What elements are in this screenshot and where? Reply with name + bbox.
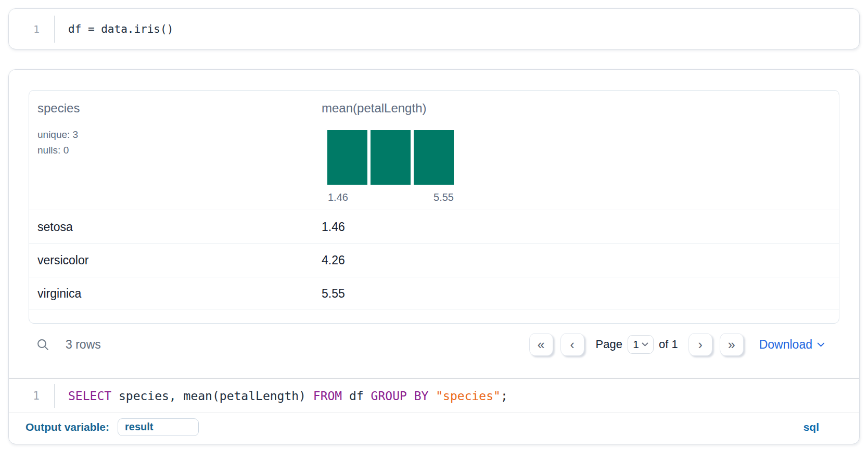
cell-value: 5.55 (322, 287, 345, 301)
page-select[interactable]: 1 (628, 335, 654, 354)
sql-keyword: SELECT (68, 389, 111, 403)
language-badge[interactable]: sql (803, 421, 819, 433)
histogram-axis-labels: 1.46 5.55 (327, 191, 454, 204)
cell-value: 4.26 (322, 253, 345, 267)
axis-min-label: 1.46 (328, 191, 348, 203)
output-variable-bar: Output variable: sql (9, 413, 859, 444)
sql-keyword: FROM (313, 389, 342, 403)
axis-max-label: 5.55 (433, 191, 454, 203)
sql-text: species, mean(petalLength) (111, 389, 313, 403)
row-count: 3 rows (66, 338, 101, 352)
column-histogram: 1.46 5.55 (327, 130, 454, 204)
table-header: species unique: 3 nulls: 0 mean(petalLen… (29, 91, 839, 210)
double-chevron-left-icon: « (538, 337, 545, 352)
code-line[interactable]: df = data.iris() (55, 23, 173, 35)
table-row: virginica 5.55 (29, 277, 839, 310)
chevron-right-icon: › (698, 337, 703, 352)
code-cell-top[interactable]: 1 df = data.iris() (8, 8, 860, 49)
page-select-value: 1 (633, 338, 639, 351)
sql-text (428, 389, 436, 403)
cell-value: 1.46 (322, 220, 345, 234)
double-chevron-right-icon: » (728, 337, 735, 352)
line-number: 1 (9, 384, 55, 408)
histogram-bars (327, 130, 454, 185)
sql-text: ; (501, 389, 508, 403)
page-total-label: of 1 (659, 338, 678, 351)
column-stats-species: unique: 3 nulls: 0 (37, 127, 78, 158)
page-label: Page (596, 338, 622, 351)
sql-code-line[interactable]: SELECT species, mean(petalLength) FROM d… (55, 389, 508, 403)
chevron-down-icon (817, 342, 825, 347)
sql-text: df (342, 389, 371, 403)
table-row: setosa 1.46 (29, 210, 839, 244)
output-variable-label: Output variable: (25, 421, 109, 433)
column-header-mean-petal-length: mean(petalLength) (322, 101, 426, 116)
table-row: versicolor 4.26 (29, 244, 839, 277)
cell-species: versicolor (29, 253, 322, 267)
nulls-stat: nulls: 0 (37, 143, 78, 158)
last-page-button[interactable]: » (720, 333, 744, 356)
histogram-bar (327, 130, 367, 185)
sql-keyword: GROUP BY (371, 389, 429, 403)
sql-editor[interactable]: 1 SELECT species, mean(petalLength) FROM… (9, 378, 859, 413)
cell-species: setosa (29, 220, 322, 234)
sql-string: "species" (436, 389, 501, 403)
pagination: « ‹ Page 1 of 1 › » Downl (529, 333, 825, 356)
chevron-down-icon (642, 342, 648, 347)
search-icon[interactable] (36, 338, 50, 352)
histogram-bar (371, 130, 411, 185)
table-footer: 3 rows « ‹ Page 1 of 1 › » (29, 324, 839, 378)
histogram-bar (414, 130, 454, 185)
chevron-left-icon: ‹ (570, 337, 574, 352)
cell-species: virginica (29, 287, 322, 301)
column-header-species: species (37, 101, 80, 116)
unique-stat: unique: 3 (37, 127, 78, 143)
first-page-button[interactable]: « (529, 333, 553, 356)
line-number: 1 (9, 16, 55, 43)
result-table: species unique: 3 nulls: 0 mean(petalLen… (29, 90, 839, 324)
download-button[interactable]: Download (759, 338, 825, 352)
download-label: Download (759, 338, 812, 352)
sql-cell-panel: species unique: 3 nulls: 0 mean(petalLen… (8, 69, 860, 444)
previous-page-button[interactable]: ‹ (560, 333, 584, 356)
table-body: setosa 1.46 versicolor 4.26 virginica 5.… (29, 210, 839, 310)
next-page-button[interactable]: › (688, 333, 712, 356)
output-variable-input[interactable] (118, 418, 199, 436)
